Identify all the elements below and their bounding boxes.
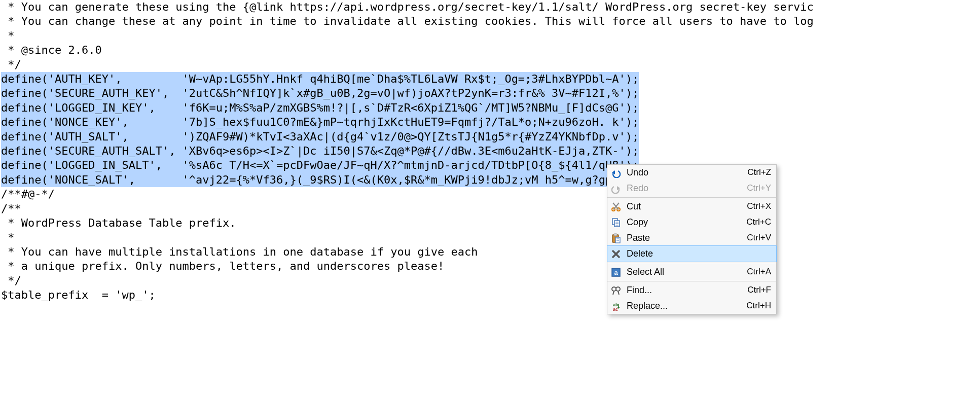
code-editor[interactable]: * You can generate these using the {@lin… <box>0 0 980 303</box>
menu-item-label: Cut <box>627 199 747 213</box>
code-line[interactable]: * <box>0 231 980 245</box>
menu-item-label: Replace... <box>627 299 746 313</box>
code-line[interactable]: */ <box>0 274 980 288</box>
menu-item-label: Delete <box>627 246 771 261</box>
context-menu-redo[interactable]: RedoCtrl+Y <box>607 181 776 196</box>
code-line[interactable]: * You can change these at any point in t… <box>0 14 980 28</box>
cut-icon <box>610 201 622 212</box>
selectall-icon: a <box>610 267 622 278</box>
copy-icon <box>610 217 622 228</box>
context-menu-cut[interactable]: CutCtrl+X <box>607 199 776 214</box>
menu-item-shortcut: Ctrl+Y <box>747 181 771 195</box>
context-menu-find[interactable]: Find...Ctrl+F <box>607 282 776 298</box>
paste-icon <box>610 233 622 244</box>
context-menu-separator <box>607 281 776 281</box>
selected-code-line[interactable]: define('AUTH_KEY', 'W~vAp:LG55hY.Hnkf q4… <box>1 72 639 86</box>
context-menu-undo[interactable]: UndoCtrl+Z <box>607 165 776 181</box>
code-line[interactable]: */ <box>0 58 980 72</box>
delete-icon <box>610 248 622 260</box>
selected-code-line[interactable]: define('SECURE_AUTH_KEY', '2utC&Sh^NfIQY… <box>1 86 639 100</box>
selected-code-line[interactable]: define('LOGGED_IN_SALT', '%sA6c T/H<=X`=… <box>1 158 639 172</box>
code-line[interactable]: * @since 2.6.0 <box>0 43 980 57</box>
code-line[interactable]: * WordPress Database Table prefix. <box>0 216 980 230</box>
selected-code-line[interactable]: define('LOGGED_IN_KEY', 'f6K=u;M%S%aP/zm… <box>1 101 639 115</box>
menu-item-shortcut: Ctrl+X <box>747 199 771 213</box>
svg-line-22 <box>613 291 614 295</box>
menu-item-shortcut: Ctrl+Z <box>747 165 771 180</box>
menu-item-shortcut: Ctrl+C <box>746 215 771 229</box>
context-menu-copy[interactable]: CopyCtrl+C <box>607 214 776 230</box>
menu-item-label: Redo <box>627 181 747 195</box>
svg-line-23 <box>618 291 619 295</box>
svg-rect-12 <box>614 234 617 236</box>
redo-icon <box>610 183 622 194</box>
code-line[interactable]: /** <box>0 202 980 216</box>
menu-item-label: Paste <box>627 231 747 245</box>
replace-icon: abac <box>610 301 622 312</box>
context-menu-select-all[interactable]: aSelect AllCtrl+A <box>607 264 776 280</box>
context-menu-separator <box>607 197 776 198</box>
context-menu: UndoCtrl+ZRedoCtrl+YCutCtrl+XCopyCtrl+CP… <box>607 164 777 314</box>
undo-icon <box>610 167 622 178</box>
menu-item-label: Select All <box>627 265 747 279</box>
menu-item-label: Find... <box>627 283 747 297</box>
selected-code-line[interactable]: define('NONCE_KEY', '7b]S_hex$fuu1C0?mE&… <box>1 115 639 129</box>
svg-text:ac: ac <box>613 307 618 311</box>
code-line[interactable]: * You can generate these using the {@lin… <box>0 0 980 14</box>
selected-code-line[interactable]: define('SECURE_AUTH_SALT', 'XBv6q>es6p><… <box>1 144 639 158</box>
code-line[interactable]: /**#@-*/ <box>0 187 980 201</box>
menu-item-shortcut: Ctrl+H <box>746 299 771 313</box>
context-menu-delete[interactable]: Delete <box>607 245 777 262</box>
context-menu-separator <box>607 263 776 263</box>
menu-item-shortcut: Ctrl+A <box>747 265 771 279</box>
context-menu-paste[interactable]: PasteCtrl+V <box>607 230 776 246</box>
menu-item-shortcut: Ctrl+F <box>747 283 771 297</box>
code-line[interactable]: * You can have multiple installations in… <box>0 245 980 259</box>
svg-text:a: a <box>614 269 618 276</box>
code-line[interactable]: * a unique prefix. Only numbers, letters… <box>0 259 980 273</box>
menu-item-shortcut: Ctrl+V <box>747 231 771 245</box>
svg-point-20 <box>612 287 616 291</box>
find-icon <box>610 285 622 296</box>
code-line[interactable]: $table_prefix = 'wp_'; <box>0 288 980 302</box>
context-menu-replace[interactable]: abacReplace...Ctrl+H <box>607 298 776 314</box>
menu-item-label: Copy <box>627 215 746 229</box>
svg-point-21 <box>616 287 620 291</box>
selected-code-line[interactable]: define('AUTH_SALT', ')ZQAF9#W)*kTvI<3aXA… <box>1 130 639 144</box>
selected-code-line[interactable]: define('NONCE_SALT', '^avj22={%*Vf36,}(_… <box>1 173 626 187</box>
menu-item-label: Undo <box>627 165 747 180</box>
code-line[interactable]: * <box>0 29 980 43</box>
